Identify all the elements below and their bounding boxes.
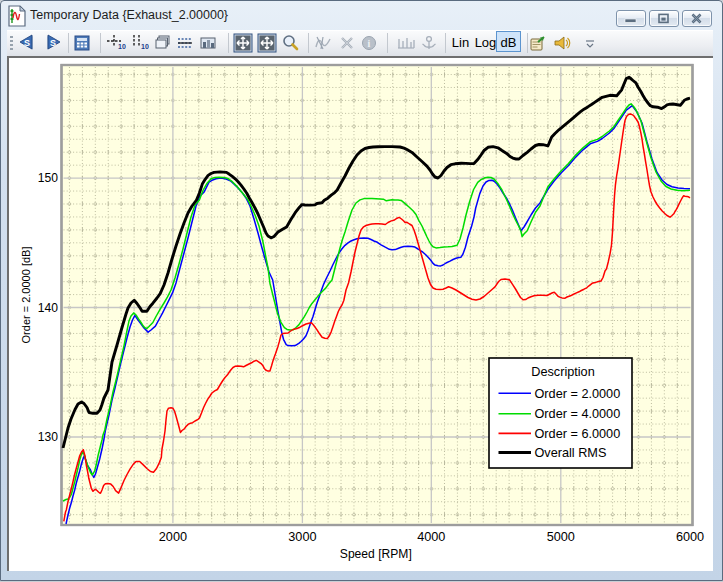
svg-text:4000: 4000 bbox=[417, 530, 445, 544]
svg-text:Order = 4.0000: Order = 4.0000 bbox=[535, 407, 621, 421]
svg-text:140: 140 bbox=[38, 301, 58, 315]
svg-text:Overall RMS: Overall RMS bbox=[535, 446, 607, 460]
svg-text:5000: 5000 bbox=[547, 530, 575, 544]
svg-text:6000: 6000 bbox=[676, 530, 704, 544]
svg-text:Description: Description bbox=[531, 365, 594, 379]
svg-text:Order = 6.0000: Order = 6.0000 bbox=[535, 427, 621, 441]
svg-text:150: 150 bbox=[38, 171, 58, 185]
svg-text:Speed [RPM]: Speed [RPM] bbox=[340, 547, 412, 561]
svg-text:3000: 3000 bbox=[288, 530, 316, 544]
svg-text:Order = 2.0000: Order = 2.0000 bbox=[535, 387, 621, 401]
svg-text:2000: 2000 bbox=[159, 530, 187, 544]
svg-text:130: 130 bbox=[38, 430, 58, 444]
svg-text:Order = 2.0000 [dB]: Order = 2.0000 [dB] bbox=[20, 247, 32, 344]
